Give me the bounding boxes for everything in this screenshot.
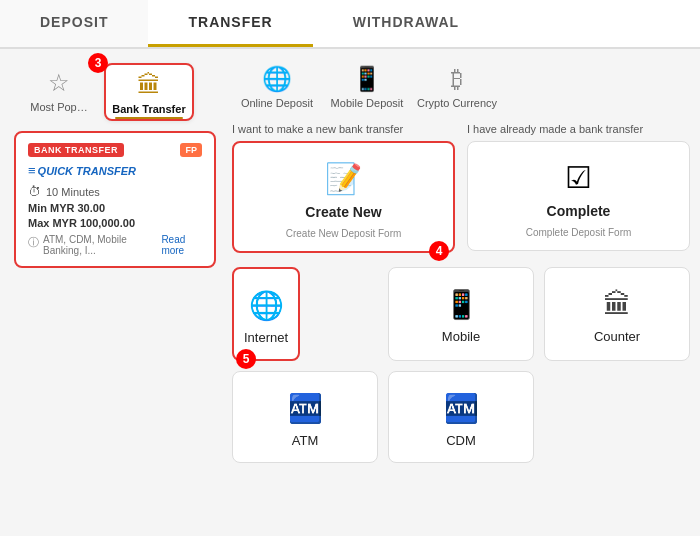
min-label: Min MYR 30.00: [28, 202, 105, 214]
clock-icon: ⏱: [28, 184, 41, 199]
method-most-popular[interactable]: ☆ Most Pop… 3: [14, 63, 104, 117]
internet-container: 🌐 Internet 5: [232, 267, 378, 361]
new-transfer-title: I want to make a new bank transfer: [232, 123, 455, 135]
method-bank-transfer[interactable]: 🏛 Bank Transfer: [104, 63, 194, 121]
done-transfer-title: I have already made a bank transfer: [467, 123, 690, 135]
method-grid-row2: 🏧 ATM 🏧 CDM: [232, 371, 690, 463]
bank-transfer-label: Bank Transfer: [112, 103, 185, 115]
min-row: Min MYR 30.00: [28, 202, 202, 214]
internet-label: Internet: [244, 330, 288, 345]
mobile-method-label: Mobile: [442, 329, 480, 344]
new-transfer-group: I want to make a new bank transfer 📝 Cre…: [232, 123, 455, 253]
action-row: I want to make a new bank transfer 📝 Cre…: [232, 123, 690, 253]
crypto-label: Crypto Currency: [417, 97, 497, 109]
bank-note-text: ATM, CDM, Mobile Banking, I...: [43, 234, 157, 256]
info-icon: ⓘ: [28, 235, 39, 250]
bank-icon: 🏛: [137, 71, 161, 99]
star-icon: ☆: [48, 69, 70, 97]
badge-3: 3: [88, 53, 108, 73]
internet-icon: 🌐: [249, 289, 284, 322]
crypto-icon: ₿: [451, 65, 463, 93]
method-mobile-deposit[interactable]: 📱 Mobile Deposit: [322, 59, 412, 113]
tab-deposit[interactable]: DEPOSIT: [0, 0, 148, 47]
online-deposit-label: Online Deposit: [241, 97, 313, 109]
create-new-button[interactable]: 📝 Create New Create New Deposit Form: [232, 141, 455, 253]
mobile-deposit-label: Mobile Deposit: [331, 97, 404, 109]
atm-button[interactable]: 🏧 ATM: [232, 371, 378, 463]
counter-button[interactable]: 🏛 Counter: [544, 267, 690, 361]
selected-underline: [115, 117, 184, 119]
bank-transfer-badge: BANK TRANSFER: [28, 143, 124, 157]
method-crypto[interactable]: ₿ Crypto Currency: [412, 59, 502, 113]
max-row: Max MYR 100,000.00: [28, 217, 202, 229]
mobile-icon: 📱: [352, 65, 382, 93]
bank-card-header: BANK TRANSFER FP: [28, 143, 202, 157]
empty-cell: [544, 371, 690, 463]
right-content: 🌐 Online Deposit 📱 Mobile Deposit ₿ Cryp…: [220, 57, 690, 463]
complete-button[interactable]: ☑ Complete Complete Deposit Form: [467, 141, 690, 251]
mobile-button[interactable]: 📱 Mobile: [388, 267, 534, 361]
time-row: ⏱ 10 Minutes: [28, 184, 202, 199]
tab-withdrawal[interactable]: WITHDRAWAL: [313, 0, 499, 47]
atm-label: ATM: [292, 433, 318, 448]
badge-4: 4: [429, 241, 449, 261]
done-transfer-group: I have already made a bank transfer ☑ Co…: [467, 123, 690, 253]
cdm-icon: 🏧: [444, 392, 479, 425]
create-new-label: Create New: [305, 204, 381, 220]
mobile-method-icon: 📱: [444, 288, 479, 321]
time-label: 10 Minutes: [46, 186, 100, 198]
bank-card: BANK TRANSFER FP QUICK TRANSFER ⏱ 10 Min…: [14, 131, 216, 268]
tabs-bar: DEPOSIT TRANSFER WITHDRAWAL: [0, 0, 700, 49]
fp-badge: FP: [180, 143, 202, 157]
counter-icon: 🏛: [603, 288, 631, 321]
read-more-link[interactable]: Read more: [161, 234, 202, 256]
quick-transfer-label: QUICK TRANSFER: [28, 163, 202, 178]
complete-label: Complete: [547, 203, 611, 219]
globe-icon: 🌐: [262, 65, 292, 93]
counter-label: Counter: [594, 329, 640, 344]
cdm-label: CDM: [446, 433, 476, 448]
other-methods-row: 🌐 Online Deposit 📱 Mobile Deposit ₿ Cryp…: [232, 57, 690, 123]
method-online-deposit[interactable]: 🌐 Online Deposit: [232, 59, 322, 113]
atm-icon: 🏧: [288, 392, 323, 425]
most-popular-label: Most Pop…: [30, 101, 87, 113]
internet-button[interactable]: 🌐 Internet: [232, 267, 300, 361]
create-new-icon: 📝: [325, 161, 362, 196]
complete-sub: Complete Deposit Form: [526, 227, 632, 238]
complete-icon: ☑: [565, 160, 592, 195]
tab-transfer[interactable]: TRANSFER: [148, 0, 312, 47]
create-new-sub: Create New Deposit Form: [286, 228, 402, 239]
method-top-row: ☆ Most Pop… 3 🏛 Bank Transfer: [10, 57, 220, 123]
max-label: Max MYR 100,000.00: [28, 217, 135, 229]
method-grid-row1: 🌐 Internet 5 📱 Mobile 🏛 Counter: [232, 267, 690, 361]
badge-5: 5: [236, 349, 256, 369]
cdm-button[interactable]: 🏧 CDM: [388, 371, 534, 463]
bank-note: ⓘ ATM, CDM, Mobile Banking, I... Read mo…: [28, 234, 202, 256]
